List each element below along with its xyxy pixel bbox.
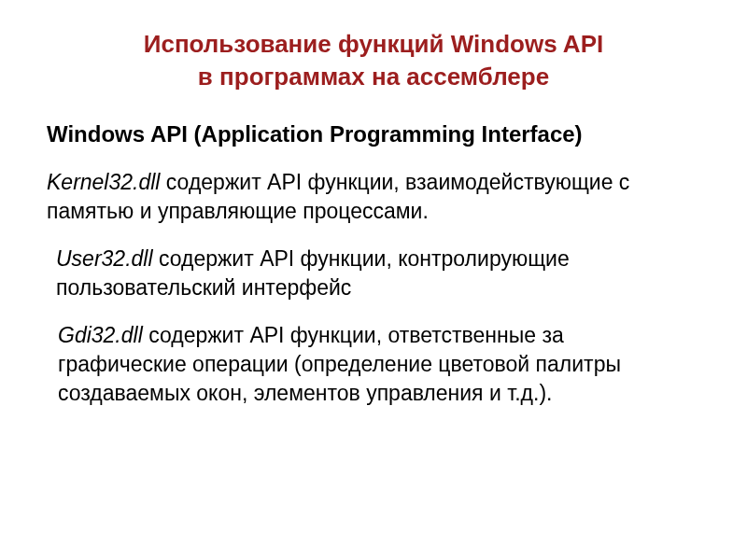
- paragraph-kernel32: Kernel32.dll содержит API функции, взаим…: [47, 168, 710, 226]
- paragraph-gdi32: Gdi32.dll содержит API функции, ответств…: [58, 321, 710, 408]
- title-line2: в программах на ассемблере: [198, 63, 549, 91]
- paragraph-user32: User32.dll содержит API функции, контрол…: [56, 245, 710, 302]
- title-line1: Использование функций Windows API: [144, 30, 603, 58]
- term-kernel32: Kernel32.dll: [47, 170, 160, 194]
- term-user32: User32.dll: [56, 246, 153, 271]
- slide-title: Использование функций Windows API в прог…: [37, 28, 710, 93]
- section-heading: Windows API (Application Programming Int…: [47, 121, 710, 147]
- term-gdi32: Gdi32.dll: [58, 323, 143, 347]
- desc-gdi32: содержит API функции, ответственные за г…: [58, 323, 621, 405]
